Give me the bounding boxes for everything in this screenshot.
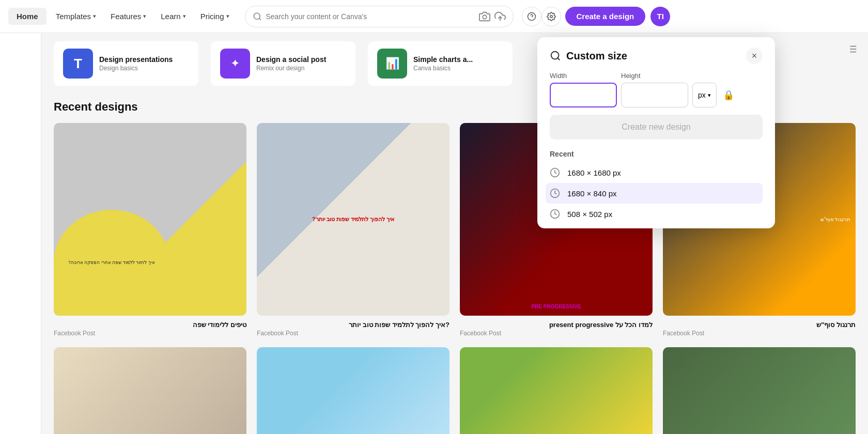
- nav-learn[interactable]: Learn ▾: [153, 8, 193, 25]
- svg-line-14: [557, 58, 560, 60]
- design-title-3: תרנגול סוף"ש: [663, 321, 856, 329]
- design-title-1: ?איך להפוך לתלמיד שפות טוב יותר: [257, 321, 450, 329]
- width-label: Width: [550, 72, 617, 80]
- height-field: Height: [621, 72, 688, 107]
- unit-label: px: [698, 91, 706, 99]
- size-inputs-row: Width Height px ▾ 🔒: [537, 71, 775, 115]
- design-card-7[interactable]: אנגלית בספרות לעשונות אנגלית בספרות לעשו…: [663, 347, 856, 434]
- avatar[interactable]: TI: [650, 7, 670, 26]
- nav-pricing[interactable]: Pricing ▾: [193, 8, 237, 25]
- learn-card-0[interactable]: T Design presentations Design basics: [54, 41, 198, 86]
- svg-point-0: [254, 13, 260, 19]
- upload-icon[interactable]: [494, 11, 506, 22]
- dropdown-title-row: Custom size: [550, 50, 627, 62]
- design-card-0[interactable]: איך לחזור ללמוד שפה אחרי הפסקה ארוכה? טי…: [54, 123, 246, 337]
- dropdown-header: Custom size ×: [537, 37, 775, 71]
- learn-card-0-title: Design presentations: [99, 55, 173, 64]
- design-title-2: למדו הכל על present progressive: [460, 321, 653, 329]
- nav-templates-label: Templates: [56, 12, 91, 21]
- height-input[interactable]: [621, 83, 688, 107]
- pricing-chevron-icon: ▾: [226, 13, 229, 20]
- nav-templates[interactable]: Templates ▾: [49, 8, 103, 25]
- search-extras: [479, 11, 506, 22]
- nav-features-label: Features: [111, 12, 141, 21]
- learn-card-2-title: Simple charts a...: [413, 55, 473, 64]
- nav-learn-label: Learn: [161, 12, 180, 21]
- lock-icon-container[interactable]: 🔒: [721, 89, 734, 101]
- learn-card-1[interactable]: ✦ Design a social post Remix our design: [211, 41, 355, 86]
- recent-size-2: 508 × 502 px: [567, 210, 612, 219]
- svg-point-13: [551, 52, 559, 59]
- design-type-1: Facebook Post: [257, 330, 450, 337]
- settings-button[interactable]: [541, 7, 561, 26]
- clock-icon-1: [550, 188, 560, 198]
- design-thumb-1: איך להפוך לתלמיד שפות טוב יותר?: [257, 123, 450, 316]
- search-bar: [245, 6, 514, 27]
- learn-card-1-text: Design a social post Remix our design: [256, 55, 326, 72]
- learn-card-1-title: Design a social post: [256, 55, 326, 64]
- design-card-4[interactable]: ערבית מדוברת עלא עיני ועלא ראסי ערבית מד…: [54, 347, 246, 434]
- nav-features[interactable]: Features ▾: [103, 8, 153, 25]
- unit-dropdown[interactable]: px ▾: [692, 83, 717, 107]
- recent-size-0: 1680 × 1680 px: [567, 168, 621, 177]
- learn-card-0-text: Design presentations Design basics: [99, 55, 173, 72]
- learn-card-2-text: Simple charts a... Canva basics: [413, 55, 473, 72]
- svg-line-1: [259, 18, 260, 20]
- learn-card-2[interactable]: 📊 Simple charts a... Canva basics: [368, 41, 513, 86]
- recent-size-1: 868 × 434 px: [567, 189, 617, 198]
- sidebar: [0, 33, 41, 434]
- design-thumb-4: ערבית מדוברת עלא עיני ועלא ראסי: [54, 347, 246, 434]
- svg-point-2: [483, 15, 486, 19]
- design-type-0: Facebook Post: [54, 330, 246, 337]
- design-type-3: Facebook Post: [663, 330, 856, 337]
- navbar: Home Templates ▾ Features ▾ Learn ▾ Pric…: [0, 0, 868, 33]
- dropdown-close-button[interactable]: ×: [746, 48, 763, 64]
- learn-card-1-subtitle: Remix our design: [256, 65, 326, 72]
- recent-item-0[interactable]: 1680 × 1680 px: [550, 162, 763, 183]
- nav-home[interactable]: Home: [8, 8, 47, 25]
- unit-selector[interactable]: px ▾: [692, 83, 717, 107]
- design-title-0: טיפים ללימודי שפה: [54, 321, 246, 329]
- camera-icon[interactable]: [479, 11, 490, 22]
- design-type-2: Facebook Post: [460, 330, 653, 337]
- nav-pricing-label: Pricing: [200, 12, 224, 21]
- width-input[interactable]: [550, 83, 617, 107]
- create-design-button[interactable]: Create a design: [565, 7, 646, 26]
- help-button[interactable]: [522, 7, 541, 26]
- design-thumb-7: אנגלית בספרות לעשונות: [663, 347, 856, 434]
- design-card-5[interactable]: חיים בצרפתית על תוף הים חיים בצרפתית על …: [257, 347, 450, 434]
- search-input[interactable]: [266, 12, 475, 21]
- learn-card-1-icon: ✦: [220, 49, 250, 79]
- design-thumb-5: חיים בצרפתית על תוף הים: [257, 347, 450, 434]
- recent-item-2[interactable]: 508 × 502 px: [550, 204, 763, 224]
- learn-chevron-icon: ▾: [183, 13, 186, 20]
- clock-icon-2: [550, 209, 560, 219]
- features-chevron-icon: ▾: [143, 13, 146, 20]
- recent-item-1[interactable]: 868 × 434 px: [546, 183, 763, 204]
- clock-icon-0: [550, 167, 560, 178]
- unit-chevron-icon: ▾: [708, 92, 711, 99]
- lock-icon: 🔒: [723, 90, 734, 100]
- design-thumb-6: [460, 347, 653, 434]
- designs-grid-2: ערבית מדוברת עלא עיני ועלא ראסי ערבית מד…: [54, 347, 856, 434]
- svg-point-6: [550, 15, 552, 18]
- list-view-icon[interactable]: [836, 33, 868, 65]
- design-card-6[interactable]: פרח שמש Facebook Post: [460, 347, 653, 434]
- search-icon: [253, 12, 262, 21]
- height-label: Height: [621, 72, 688, 80]
- templates-chevron-icon: ▾: [93, 13, 96, 20]
- custom-size-dropdown: Custom size × Width Height px ▾ 🔒 Create…: [537, 37, 775, 228]
- search-icon-dropdown: [550, 50, 561, 61]
- recent-section: Recent 1680 × 1680 px 868 × 434 px 508 …: [537, 147, 775, 228]
- dropdown-title: Custom size: [566, 50, 627, 62]
- learn-card-0-icon: T: [63, 49, 93, 79]
- learn-card-2-icon: 📊: [377, 49, 407, 79]
- recent-label: Recent: [550, 150, 763, 158]
- design-card-1[interactable]: איך להפוך לתלמיד שפות טוב יותר? ?איך להפ…: [257, 123, 450, 337]
- learn-card-2-subtitle: Canva basics: [413, 65, 473, 72]
- width-field: Width: [550, 72, 617, 107]
- learn-card-0-subtitle: Design basics: [99, 65, 173, 72]
- design-thumb-0: איך לחזור ללמוד שפה אחרי הפסקה ארוכה?: [54, 123, 246, 316]
- create-new-design-button[interactable]: Create new design: [550, 115, 763, 140]
